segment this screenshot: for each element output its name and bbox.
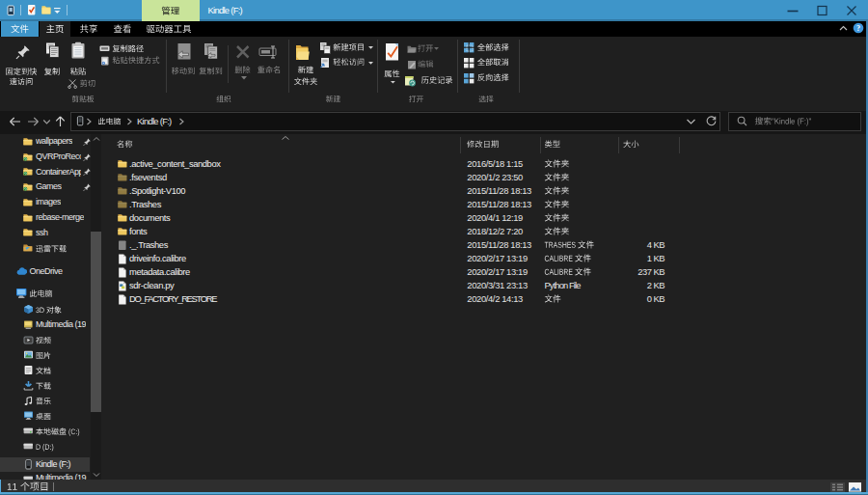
svg-text:?: ? xyxy=(856,24,860,33)
